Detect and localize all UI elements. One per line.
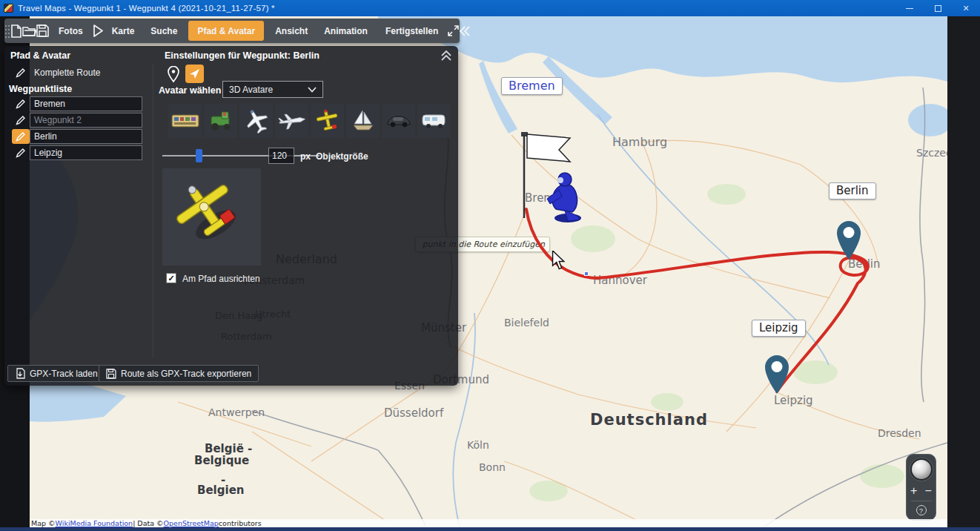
avatar-sailboat[interactable] bbox=[346, 104, 380, 138]
tab-ansicht[interactable]: Ansicht bbox=[267, 19, 316, 43]
leipzig-map-pin[interactable] bbox=[762, 354, 792, 395]
map-attribution: Map © WikiMedia Foundation | Data © Open… bbox=[30, 519, 947, 527]
zoom-in-button[interactable]: + bbox=[910, 484, 917, 498]
sidebar-title: Pfad & Avatar bbox=[10, 50, 70, 61]
collapse-panel-button[interactable] bbox=[440, 50, 452, 64]
tab-karte[interactable]: Karte bbox=[104, 19, 143, 43]
waypoint-name-input[interactable] bbox=[30, 129, 142, 144]
open-folder-button[interactable] bbox=[22, 19, 36, 43]
marker-type-pin-button[interactable] bbox=[165, 65, 182, 83]
controls-divider bbox=[911, 501, 932, 501]
edit-waypoint-button[interactable] bbox=[12, 113, 30, 128]
person-avatar[interactable] bbox=[543, 169, 586, 224]
window-background-right bbox=[947, 16, 980, 527]
zoom-out-button[interactable]: − bbox=[925, 484, 932, 498]
close-button[interactable]: ✕ bbox=[952, 0, 980, 16]
play-button[interactable] bbox=[93, 19, 104, 43]
new-document-button[interactable] bbox=[10, 19, 22, 43]
attribution-text: Map © bbox=[31, 519, 56, 527]
save-button[interactable] bbox=[36, 19, 49, 43]
size-slider-handle[interactable] bbox=[196, 149, 202, 162]
waypoint-name-input[interactable] bbox=[30, 145, 142, 160]
attribution-text: contributors bbox=[219, 519, 262, 527]
photos-button[interactable]: Fotos bbox=[49, 19, 93, 43]
align-to-path-checkbox[interactable]: ✓ bbox=[166, 273, 176, 283]
route-point-handle[interactable] bbox=[584, 271, 589, 276]
marker-type-avatar-button[interactable] bbox=[185, 65, 204, 83]
mouse-cursor bbox=[552, 251, 566, 270]
waypoint-list-title: Wegpunktliste bbox=[9, 84, 72, 94]
size-name-label: Objektgröße bbox=[316, 151, 368, 162]
gpx-load-label: GPX-Track laden bbox=[30, 369, 98, 379]
main-toolbar: Fotos Karte Suche Pfad & Avatar Ansicht … bbox=[4, 19, 460, 43]
collapse-toolbar-icon[interactable] bbox=[459, 19, 471, 43]
toolbar-grip-handle[interactable] bbox=[4, 24, 10, 38]
avatar-car[interactable] bbox=[382, 104, 415, 138]
maximize-button[interactable] bbox=[924, 0, 952, 16]
tab-suche[interactable]: Suche bbox=[142, 19, 185, 43]
finish-button[interactable]: Fertigstellen bbox=[376, 19, 448, 43]
tab-animation[interactable]: Animation bbox=[316, 19, 376, 43]
edit-waypoint-button[interactable] bbox=[12, 96, 30, 111]
avatar-green-tractor[interactable] bbox=[204, 104, 237, 138]
openstreetmap-link[interactable]: OpenStreetMap bbox=[164, 519, 219, 527]
map-controls: + − ? bbox=[906, 454, 936, 521]
help-button[interactable]: ? bbox=[916, 505, 927, 515]
object-size-input[interactable] bbox=[268, 148, 294, 164]
avatar-airliner[interactable] bbox=[239, 104, 273, 138]
avatar-jet-plane[interactable] bbox=[275, 104, 308, 138]
waypoint-label-bremen: Bremen bbox=[501, 77, 563, 95]
window-title: Travel Maps - Wegpunkt 1 - Wegpunkt 4 (2… bbox=[18, 4, 275, 13]
waypoint-name-input[interactable] bbox=[30, 96, 142, 111]
complete-route-label[interactable]: Komplette Route bbox=[34, 67, 100, 78]
berlin-map-pin[interactable] bbox=[834, 220, 864, 260]
waypoint-label-berlin: Berlin bbox=[829, 182, 876, 199]
avatar-yellow-plane[interactable] bbox=[311, 104, 344, 138]
panel-divider bbox=[153, 64, 153, 357]
avatar-preview bbox=[162, 168, 261, 266]
size-unit-label: px bbox=[300, 151, 311, 162]
title-bar: Travel Maps - Wegpunkt 1 - Wegpunkt 4 (2… bbox=[0, 0, 980, 16]
edit-complete-route-button[interactable] bbox=[12, 65, 30, 80]
tab-pfad-avatar[interactable]: Pfad & Avatar bbox=[188, 21, 264, 41]
pfad-avatar-panel: Pfad & Avatar Komplette Route Wegpunktli… bbox=[4, 46, 458, 386]
edit-waypoint-button-selected[interactable] bbox=[12, 129, 30, 144]
app-window: HamburgBremenHannoverBielefeldMünsterDor… bbox=[0, 0, 980, 531]
attribution-text: | Data © bbox=[133, 519, 163, 527]
avatar-select-label: Avatar wählen bbox=[159, 85, 221, 96]
gpx-load-button[interactable]: GPX-Track laden bbox=[7, 365, 105, 382]
avatar-gallery bbox=[168, 104, 451, 138]
waypoint-name-input[interactable] bbox=[30, 113, 142, 128]
waypoint-label-leipzig: Leipzig bbox=[752, 320, 806, 337]
wikimedia-link[interactable]: WikiMedia Foundation bbox=[56, 519, 133, 527]
avatar-camper-van[interactable] bbox=[417, 104, 451, 138]
fullscreen-expand-button[interactable] bbox=[448, 19, 459, 43]
align-to-path-label: Am Pfad ausrichten bbox=[182, 274, 260, 284]
settings-title: Einstellungen für Wegpunkt: Berlin bbox=[165, 50, 320, 61]
app-icon bbox=[4, 4, 13, 13]
avatar-type-value: 3D Avatare bbox=[229, 85, 273, 95]
globe-control[interactable] bbox=[910, 458, 933, 481]
avatar-train-scene[interactable] bbox=[168, 104, 202, 138]
route-path[interactable] bbox=[526, 209, 868, 392]
edit-waypoint-button[interactable] bbox=[12, 145, 30, 160]
window-border-bottom bbox=[0, 527, 980, 531]
avatar-type-dropdown[interactable]: 3D Avatare bbox=[222, 81, 323, 98]
minimize-button[interactable] bbox=[895, 0, 924, 16]
size-slider-track[interactable] bbox=[162, 155, 320, 156]
gpx-export-label: Route als GPX-Track exportieren bbox=[121, 369, 251, 379]
gpx-export-button[interactable]: Route als GPX-Track exportieren bbox=[99, 365, 259, 382]
